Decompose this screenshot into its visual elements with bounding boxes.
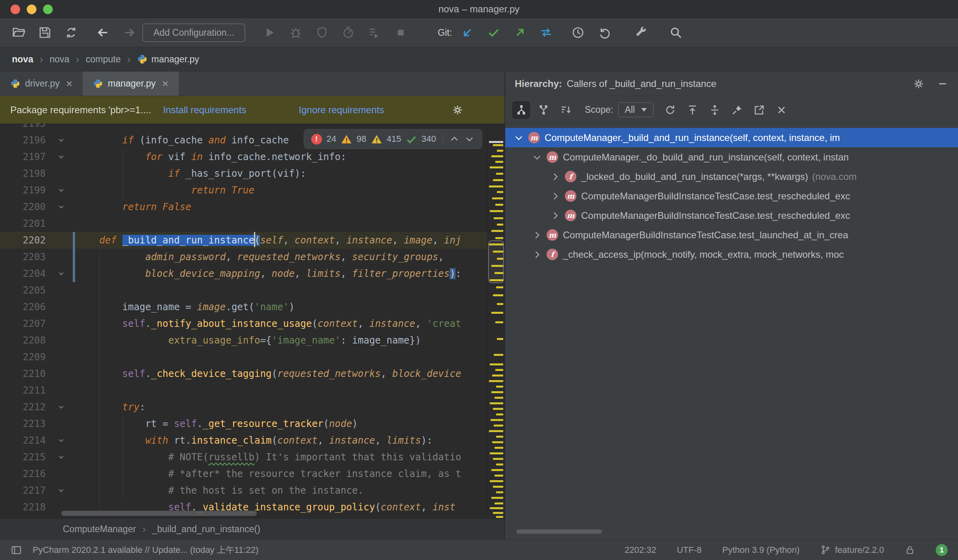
fold-icon[interactable]	[46, 199, 76, 215]
install-requirements-link[interactable]: Install requirements	[163, 104, 246, 116]
chevron-right-icon[interactable]	[531, 249, 543, 260]
tab-manager-py[interactable]: manager.py ×	[83, 71, 179, 96]
minimize-window-button[interactable]	[27, 4, 37, 14]
line-number[interactable]: 2208	[0, 332, 46, 349]
code-line[interactable]: 2219	[0, 516, 488, 518]
code-line[interactable]: 2205	[0, 282, 488, 299]
line-number[interactable]: 2211	[0, 382, 46, 399]
export-icon[interactable]	[750, 101, 768, 119]
line-number[interactable]: 2209	[0, 349, 46, 365]
line-number[interactable]: 2207	[0, 315, 46, 332]
hierarchy-row[interactable]: mComputeManagerBuildInstanceTestCase.tes…	[505, 206, 958, 225]
code-line[interactable]: 2206 image_name = image.get('name')	[0, 299, 488, 315]
line-number[interactable]: 2210	[0, 365, 46, 382]
hierarchy-row[interactable]: mComputeManager._do_build_and_run_instan…	[505, 147, 958, 167]
expand-all-icon[interactable]	[706, 101, 723, 119]
close-tab-icon[interactable]: ×	[162, 78, 169, 89]
file-encoding[interactable]: UTF-8	[677, 545, 702, 555]
code-line[interactable]: 2201	[0, 215, 488, 232]
chevron-right-icon[interactable]	[550, 210, 561, 221]
editor[interactable]: 21952196 if (info_cache and info_cache21…	[0, 124, 504, 518]
line-number[interactable]: 2202	[0, 232, 46, 249]
code-line[interactable]: 2215 # NOTE(russellb) It's important tha…	[0, 449, 488, 465]
callee-hierarchy-icon[interactable]	[535, 101, 552, 119]
fold-icon[interactable]	[46, 182, 76, 199]
breadcrumb-item-project[interactable]: nova	[12, 54, 33, 65]
ignore-requirements-link[interactable]: Ignore requirements	[299, 104, 384, 116]
code-line[interactable]: 2210 self._check_device_tagging(requeste…	[0, 365, 488, 382]
gear-icon[interactable]	[913, 78, 925, 90]
debug-icon[interactable]	[288, 25, 303, 40]
scope-dropdown[interactable]: All	[618, 102, 654, 117]
line-number[interactable]: 2200	[0, 199, 46, 215]
close-window-button[interactable]	[10, 4, 20, 14]
code-line[interactable]: 2216 # *after* the resource tracker inst…	[0, 465, 488, 482]
horizontal-scrollbar-thumb[interactable]	[61, 511, 257, 516]
git-branch-widget[interactable]: feature/2.2.0	[820, 545, 884, 555]
open-project-icon[interactable]	[11, 25, 26, 40]
chevron-right-icon[interactable]	[550, 191, 561, 202]
chevron-down-icon[interactable]	[531, 152, 543, 163]
fold-icon[interactable]	[46, 265, 76, 282]
back-icon[interactable]	[95, 25, 111, 40]
inspections-widget[interactable]: ! 24 98 415 340	[304, 129, 482, 149]
line-number[interactable]: 2196	[0, 132, 46, 149]
code-line[interactable]: 2207 self._notify_about_instance_usage(c…	[0, 315, 488, 332]
hierarchy-row[interactable]: mComputeManagerBuildInstanceTestCase.tes…	[505, 186, 958, 206]
save-all-icon[interactable]	[37, 25, 52, 40]
line-number[interactable]: 2219	[0, 516, 46, 518]
git-commit-icon[interactable]	[486, 25, 501, 40]
synchronize-icon[interactable]	[64, 25, 79, 40]
code-line[interactable]: 2208 extra_usage_info={'image_name': ima…	[0, 332, 488, 349]
run-with-configuration-icon[interactable]	[367, 25, 382, 40]
line-number[interactable]: 2201	[0, 215, 46, 232]
python-interpreter[interactable]: Python 3.9 (Python)	[722, 545, 799, 555]
build-wrench-icon[interactable]	[633, 25, 648, 40]
hierarchy-row[interactable]: mComputeManager._build_and_run_instance(…	[505, 128, 958, 147]
fold-icon[interactable]	[46, 399, 76, 415]
history-icon[interactable]	[570, 25, 586, 40]
close-tab-icon[interactable]: ×	[66, 78, 72, 89]
breadcrumb-item-compute[interactable]: compute	[86, 54, 121, 65]
code-line[interactable]: 2199 return True	[0, 182, 488, 199]
zoom-window-button[interactable]	[43, 4, 53, 14]
caller-hierarchy-icon[interactable]	[512, 101, 530, 119]
refresh-icon[interactable]	[661, 101, 679, 119]
code-line[interactable]: 2198 if _has_sriov_port(vif):	[0, 165, 488, 182]
lock-icon[interactable]	[905, 545, 915, 555]
line-number[interactable]: 2213	[0, 415, 46, 432]
code-line[interactable]: 2211	[0, 382, 488, 399]
previous-problem-icon[interactable]	[449, 134, 460, 144]
line-number[interactable]: 2197	[0, 149, 46, 165]
profiler-icon[interactable]	[341, 25, 356, 40]
rollback-icon[interactable]	[597, 25, 612, 40]
breadcrumb-class[interactable]: ComputeManager	[63, 524, 136, 535]
line-number[interactable]: 2214	[0, 432, 46, 449]
next-problem-icon[interactable]	[464, 134, 475, 144]
pin-icon[interactable]	[728, 101, 746, 119]
base-on-this-method-icon[interactable]	[684, 101, 701, 119]
close-icon[interactable]	[773, 101, 790, 119]
tab-driver-py[interactable]: driver.py ×	[0, 71, 83, 96]
line-number[interactable]: 2217	[0, 482, 46, 499]
git-update-icon[interactable]	[460, 25, 475, 40]
fold-icon[interactable]	[46, 432, 76, 449]
fold-icon[interactable]	[46, 482, 76, 499]
line-number[interactable]: 2199	[0, 182, 46, 199]
run-icon[interactable]	[262, 25, 277, 40]
status-message[interactable]: PyCharm 2020.2.1 available // Update... …	[33, 544, 258, 556]
fold-icon[interactable]	[46, 149, 76, 165]
caret-position[interactable]: 2202:32	[624, 545, 656, 555]
chevron-right-icon[interactable]	[550, 171, 561, 182]
hierarchy-row[interactable]: f_locked_do_build_and_run_instance(*args…	[505, 167, 958, 186]
horizontal-scrollbar-thumb[interactable]	[516, 529, 602, 534]
line-number[interactable]: 2212	[0, 399, 46, 415]
code-line[interactable]: 2217 # the host is set on the instance.	[0, 482, 488, 499]
line-number[interactable]: 2216	[0, 465, 46, 482]
line-number[interactable]: 2195	[0, 124, 46, 132]
code-line[interactable]: 2214 with rt.instance_claim(context, ins…	[0, 432, 488, 449]
code-line[interactable]: 2197 for vif in info_cache.network_info:	[0, 149, 488, 165]
search-everywhere-icon[interactable]	[668, 25, 683, 40]
breadcrumb-method[interactable]: _build_and_run_instance()	[152, 524, 260, 535]
chevron-down-icon[interactable]	[513, 132, 524, 143]
